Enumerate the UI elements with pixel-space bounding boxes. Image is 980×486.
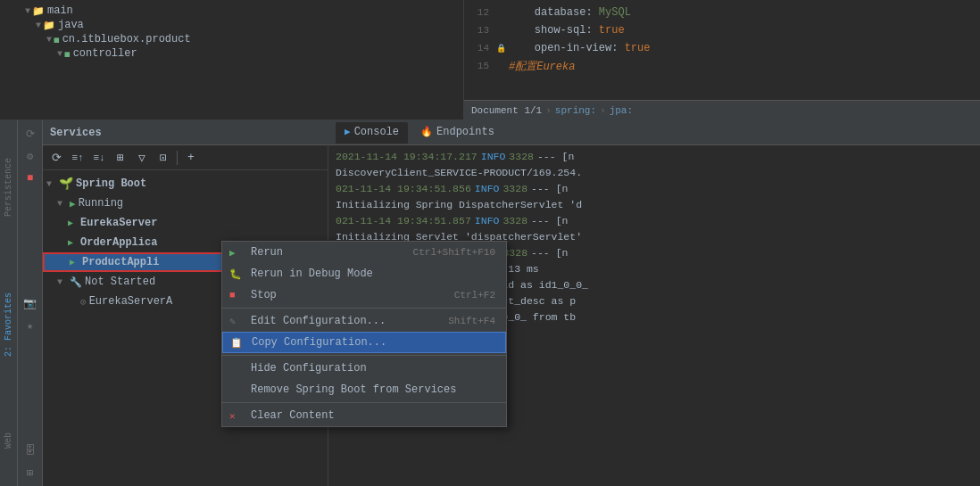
sidebar-label-web[interactable]: Web	[2, 429, 15, 452]
log-text-7: --- [n	[531, 245, 568, 261]
ctx-rerun[interactable]: ▶ Rerun Ctrl+Shift+F10	[222, 242, 506, 263]
tree-label: controller	[73, 47, 137, 60]
tree-arrow-icon: ▼	[57, 199, 68, 209]
stop-icon[interactable]: ■	[21, 169, 40, 188]
copy-icon: 📋	[230, 337, 246, 349]
file-tree-panel: ▼ 📁 main ▼ 📁 java ▼ ◼ cn.itbluebox.produ…	[0, 0, 464, 119]
log-date-5: 021-11-14 19:34:51.857	[336, 213, 471, 229]
ctx-rerun-debug[interactable]: 🐛 Rerun in Debug Mode	[222, 263, 506, 284]
ctx-clear-content-label: Clear Content	[251, 409, 495, 422]
tree-item-package[interactable]: ▼ ◼ cn.itbluebox.product	[7, 32, 456, 46]
code-text: open-in-view: true	[509, 42, 650, 54]
pin-btn[interactable]: ⊡	[154, 148, 173, 168]
edit-icon: ✎	[229, 316, 245, 327]
ctx-sep-1	[222, 308, 506, 309]
line-number: 12	[464, 7, 496, 18]
line-number: 15	[464, 61, 496, 71]
log-level-5: INFO	[475, 213, 500, 229]
log-text-1: --- [n	[537, 149, 574, 165]
ctx-stop[interactable]: ■ Stop Ctrl+F2	[222, 284, 506, 306]
console-tabs: ▶ Console 🔥 Endpoints	[328, 120, 980, 145]
log-date-3: 021-11-14 19:34:51.856	[336, 181, 471, 197]
package-icon-2: ◼	[64, 48, 71, 60]
tab-console[interactable]: ▶ Console	[336, 122, 408, 144]
spring-boot-label: Spring Boot	[76, 177, 146, 190]
stop-square-icon: ■	[229, 290, 245, 301]
tree-item-spring-boot[interactable]: ▼ 🌱 Spring Boot	[43, 174, 328, 194]
endpoints-icon: 🔥	[420, 126, 433, 137]
ctx-hide-config[interactable]: Hide Configuration	[222, 358, 506, 379]
eureka-server-label: EurekaServer	[80, 217, 157, 229]
tool-icon: 🔧	[70, 276, 82, 288]
ctx-rerun-label: Rerun	[251, 246, 406, 259]
ctx-clear-content[interactable]: ✕ Clear Content	[222, 405, 506, 426]
log-line-2: DiscoveryClient_SERVICE-PRODUCT/169.254.	[336, 165, 973, 181]
ctx-edit-config[interactable]: ✎ Edit Configuration... Shift+F4	[222, 310, 506, 332]
collapse-all-btn[interactable]: ≡↑	[68, 148, 87, 168]
tab-endpoints[interactable]: 🔥 Endpoints	[411, 122, 503, 144]
debug-icon: 🐛	[229, 268, 245, 280]
ctx-copy-config[interactable]: 📋 Copy Configuration...	[222, 332, 506, 353]
ctx-edit-config-label: Edit Configuration...	[251, 315, 441, 327]
db-icon[interactable]: 🗄	[21, 441, 40, 460]
tree-item-eureka-server[interactable]: ▶ EurekaServer	[43, 213, 328, 233]
refresh-btn[interactable]: ⟳	[46, 148, 66, 168]
line-number: 14	[464, 43, 496, 54]
camera-icon[interactable]: 📷	[21, 293, 40, 313]
tree-arrow-icon: ▶	[68, 237, 79, 248]
grid-icon[interactable]: ⊞	[21, 463, 40, 482]
tree-label: main	[47, 4, 73, 17]
spring-boot-icon: 🌱	[59, 177, 73, 191]
ctx-edit-config-shortcut: Shift+F4	[448, 316, 495, 326]
sidebar-label-persistence[interactable]: Persistence	[2, 154, 15, 220]
add-btn[interactable]: +	[181, 148, 201, 168]
log-text-2: DiscoveryClient_SERVICE-PRODUCT/169.254.	[336, 165, 582, 181]
log-text-5: --- [n	[531, 213, 568, 229]
order-app-label: OrderApplica	[80, 236, 157, 249]
tree-arrow-icon: ▶	[68, 218, 79, 228]
ctx-rerun-debug-label: Rerun in Debug Mode	[251, 268, 488, 280]
code-line-15: 15 #配置Eureka	[464, 57, 980, 75]
arrow-icon: ▼	[36, 21, 41, 30]
ctx-remove-spring[interactable]: Remove Spring Boot from Services	[222, 379, 506, 400]
eureka-server-a-label: EurekaServerA	[89, 295, 173, 308]
context-menu: ▶ Rerun Ctrl+Shift+F10 🐛 Rerun in Debug …	[221, 241, 507, 427]
star-icon[interactable]: ★	[21, 316, 40, 335]
code-comment: #配置Eureka	[509, 59, 575, 74]
folder-icon: 📁	[32, 5, 45, 17]
tree-item-java[interactable]: ▼ 📁 java	[7, 18, 456, 32]
code-line-13: 13 show-sql: true	[464, 21, 980, 39]
tab-endpoints-label: Endpoints	[436, 126, 494, 138]
sidebar-label-favorites[interactable]: 2: Favorites	[2, 289, 15, 360]
ctx-stop-shortcut: Ctrl+F2	[454, 290, 495, 301]
breadcrumb-jpa: jpa:	[610, 105, 633, 116]
arrow-icon: ▼	[57, 49, 62, 59]
tree-arrow-icon: ▶	[70, 257, 80, 268]
log-pid-1: 3328	[509, 149, 534, 165]
arrow-icon: ▼	[46, 35, 52, 45]
tree-item-controller[interactable]: ▼ ◼ controller	[7, 46, 456, 61]
arrow-icon: ▼	[25, 6, 30, 16]
code-line-14: 14 🔒 open-in-view: true	[464, 39, 980, 57]
filter-btn[interactable]: ▽	[132, 148, 152, 168]
line-number: 13	[464, 25, 496, 36]
group-btn[interactable]: ⊞	[111, 148, 130, 168]
services-toolbar: ⟳ ≡↑ ≡↓ ⊞ ▽ ⊡ +	[43, 145, 328, 170]
run-arrow-icon: ▶	[70, 198, 76, 210]
settings-icon[interactable]: ⚙	[21, 146, 40, 166]
log-text-3: --- [n	[531, 181, 568, 197]
services-header: Services	[43, 120, 328, 145]
toolbar-separator	[177, 151, 178, 165]
expand-all-btn[interactable]: ≡↓	[89, 148, 109, 168]
refresh-icon[interactable]: ⟳	[21, 124, 40, 144]
running-label: Running	[79, 197, 123, 210]
log-line-3: 021-11-14 19:34:51.856 INFO 3328 --- [n	[336, 181, 973, 197]
console-icon: ▶	[345, 126, 351, 137]
code-text: show-sql: true	[509, 24, 625, 37]
ctx-hide-config-label: Hide Configuration	[251, 362, 495, 375]
tree-item-main[interactable]: ▼ 📁 main	[7, 4, 456, 18]
main-area: Persistence 2: Favorites Web ⟳ ⚙ ■ 📷 ★ 🗄…	[0, 120, 980, 486]
ctx-sep-3	[222, 402, 506, 403]
ctx-remove-spring-label: Remove Spring Boot from Services	[251, 383, 495, 396]
tree-item-running[interactable]: ▼ ▶ Running	[43, 194, 328, 213]
